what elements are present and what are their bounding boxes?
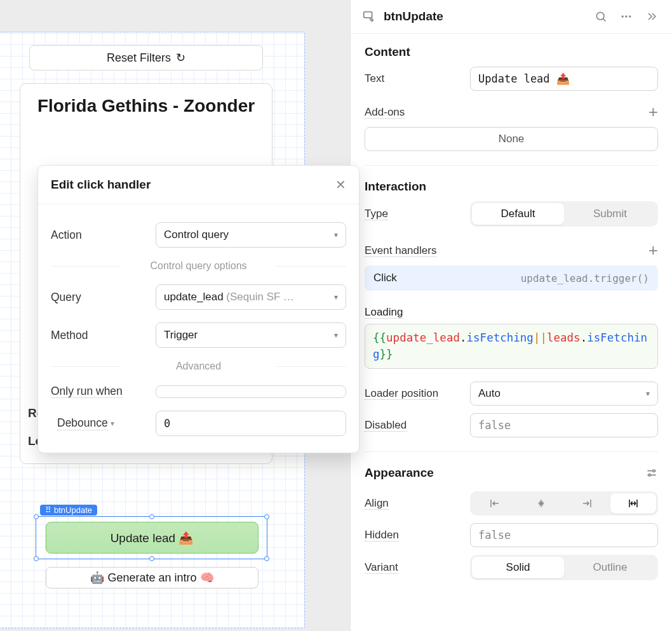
text-label: Text (365, 72, 460, 85)
reset-filters-label: Reset Filters (107, 51, 171, 65)
modal-header: Edit click handler ✕ (38, 166, 359, 204)
advanced-heading: Advanced (51, 361, 346, 372)
reset-filters-button[interactable]: Reset Filters ↻ (29, 45, 263, 70)
method-select[interactable]: Trigger ▾ (156, 322, 346, 348)
svg-point-1 (596, 12, 604, 20)
resize-handle[interactable] (264, 514, 269, 519)
event-code: update_lead.trigger() (521, 272, 649, 284)
event-handlers-label: Event handlers (365, 244, 436, 257)
edit-click-handler-modal: Edit click handler ✕ Action Control quer… (37, 165, 360, 453)
action-select[interactable]: Control query ▾ (156, 222, 346, 248)
type-segmented: Default Submit (470, 201, 658, 227)
variant-outline[interactable]: Outline (564, 557, 656, 578)
inspector-body: Content Text Update lead 📤 Add-ons + Non… (351, 34, 672, 599)
event-handler-row[interactable]: Click update_lead.trigger() (365, 265, 658, 291)
modal-title: Edit click handler (51, 178, 151, 192)
text-input[interactable]: Update lead 📤 (470, 67, 658, 91)
type-option-submit[interactable]: Submit (564, 203, 656, 225)
generate-intro-label: 🤖 Generate an intro 🧠 (90, 571, 213, 585)
addons-none[interactable]: None (365, 127, 658, 151)
section-interaction: Interaction (365, 180, 658, 194)
action-value: Control query (164, 229, 229, 241)
chevron-down-icon: ▾ (646, 389, 650, 398)
resize-handle[interactable] (149, 556, 154, 561)
action-label: Action (51, 229, 156, 242)
query-hint: (Sequin SF … (226, 291, 294, 303)
variant-segmented: Solid Outline (470, 555, 658, 580)
loader-position-label: Loader position (365, 387, 438, 400)
event-name: Click (373, 272, 397, 284)
hidden-input[interactable]: false (470, 523, 658, 547)
lead-title: Florida Gethins - Zoonder (28, 95, 264, 117)
section-appearance: Appearance (365, 466, 434, 480)
chevron-down-icon: ▾ (111, 419, 114, 428)
refresh-icon: ↻ (176, 51, 185, 65)
align-stretch[interactable] (610, 493, 657, 514)
addons-label: Add-ons (365, 106, 405, 119)
control-query-options-heading: Control query options (51, 260, 346, 272)
hidden-label: Hidden (365, 529, 399, 541)
resize-handle[interactable] (264, 556, 269, 561)
selection-tag[interactable]: ⠿ btnUpdate (40, 505, 97, 515)
type-option-default[interactable]: Default (472, 203, 564, 225)
align-segmented (470, 491, 658, 515)
method-label: Method (51, 329, 156, 342)
component-name: btnUpdate (384, 10, 584, 23)
add-event-handler-button[interactable]: + (648, 241, 658, 260)
query-value: update_lead (164, 291, 224, 303)
resize-handle[interactable] (34, 514, 39, 519)
query-label: Query (51, 291, 156, 304)
add-addon-button[interactable]: + (648, 102, 658, 122)
disabled-label: Disabled (365, 419, 407, 432)
svg-point-2 (622, 15, 624, 17)
svg-point-3 (625, 15, 627, 17)
svg-rect-0 (364, 12, 372, 18)
loader-position-select[interactable]: Auto ▾ (470, 382, 658, 406)
chevron-down-icon: ▾ (334, 331, 338, 340)
align-right[interactable] (564, 493, 610, 514)
component-icon (362, 10, 376, 23)
chevron-down-icon: ▾ (334, 230, 338, 239)
close-icon[interactable]: ✕ (335, 177, 346, 192)
sliders-icon[interactable] (645, 467, 658, 479)
chevron-down-icon: ▾ (334, 293, 338, 302)
section-content: Content (365, 45, 658, 59)
modal-body: Action Control query ▾ Control query opt… (38, 204, 359, 453)
resize-handle[interactable] (149, 514, 154, 519)
selection-tag-label: btnUpdate (54, 505, 92, 515)
svg-point-6 (648, 474, 650, 475)
grip-icon: ⠿ (45, 505, 51, 515)
more-icon[interactable] (617, 8, 635, 25)
debounce-label[interactable]: Debounce ▾ (57, 416, 156, 430)
svg-point-5 (653, 470, 655, 472)
align-center[interactable] (518, 493, 565, 514)
type-label: Type (365, 208, 388, 220)
generate-intro-button[interactable]: 🤖 Generate an intro 🧠 (46, 567, 259, 588)
only-run-when-input[interactable] (156, 385, 346, 398)
only-run-when-label: Only run when (51, 385, 123, 398)
align-label: Align (365, 497, 389, 510)
inspector-panel: btnUpdate Content Text Update lead 📤 Add… (350, 0, 672, 631)
svg-point-4 (629, 15, 631, 17)
method-value: Trigger (164, 329, 198, 342)
expand-icon[interactable] (643, 8, 661, 25)
loading-label: Loading (365, 306, 403, 319)
search-icon[interactable] (592, 8, 610, 25)
inspector-header: btnUpdate (351, 0, 672, 34)
disabled-input[interactable]: false (470, 413, 658, 437)
selection-outline (36, 516, 267, 559)
variant-solid[interactable]: Solid (472, 557, 564, 578)
query-select[interactable]: update_lead (Sequin SF … ▾ (156, 284, 346, 310)
loading-input[interactable]: {{update_lead.isFetching||leads.isFetchi… (365, 324, 658, 369)
debounce-input[interactable]: 0 (156, 411, 346, 436)
align-left[interactable] (472, 493, 518, 514)
resize-handle[interactable] (34, 556, 39, 561)
variant-label: Variant (365, 561, 398, 574)
